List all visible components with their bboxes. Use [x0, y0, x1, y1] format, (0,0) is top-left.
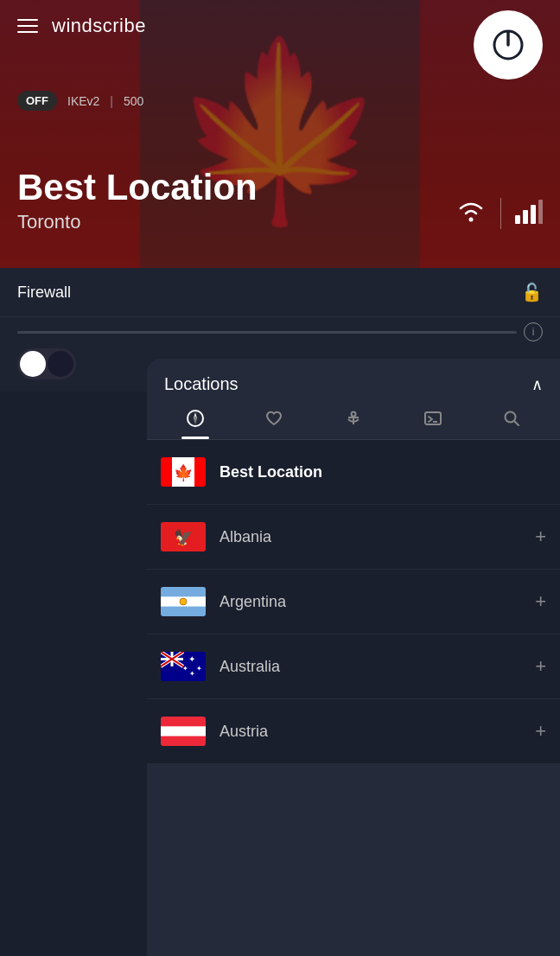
svg-line-20 [514, 421, 519, 425]
svg-point-6 [469, 218, 474, 222]
tab-search[interactable] [501, 408, 522, 439]
info-row: i [0, 317, 560, 341]
expand-australia-button[interactable]: + [535, 655, 546, 678]
location-best-label: Best Location [220, 463, 546, 481]
locations-panel: Locations ∧ [147, 359, 560, 956]
svg-text:✦: ✦ [182, 665, 188, 672]
svg-rect-42 [161, 726, 206, 736]
list-item[interactable]: Argentina + [147, 570, 560, 634]
svg-text:🍁: 🍁 [174, 463, 194, 482]
locations-tabs [147, 399, 560, 440]
terminal-icon [423, 408, 443, 429]
data-amount: 500 [124, 94, 143, 108]
expand-argentina-button[interactable]: + [535, 590, 546, 613]
toggle-dark-side [48, 351, 73, 377]
svg-text:✦: ✦ [189, 670, 195, 678]
svg-point-14 [351, 412, 355, 417]
list-item[interactable]: ✦ ✦ ✦ ✦ Australia + [147, 634, 560, 699]
svg-rect-9 [531, 205, 536, 224]
locations-title: Locations [164, 374, 239, 394]
signal-area [455, 198, 543, 229]
expand-austria-button[interactable]: + [535, 720, 546, 742]
location-australia-label: Australia [220, 658, 526, 676]
tab-compass[interactable] [185, 408, 206, 439]
svg-text:✦: ✦ [188, 654, 195, 664]
search-icon [501, 408, 522, 429]
tab-anchor[interactable] [343, 408, 364, 439]
app-logo: windscribe [52, 15, 146, 37]
list-item[interactable]: 🍁 Best Location [147, 440, 560, 505]
flag-australia: ✦ ✦ ✦ ✦ [161, 652, 206, 681]
toggle-knob [20, 351, 46, 377]
svg-text:🦅: 🦅 [174, 528, 194, 547]
svg-text:✦: ✦ [196, 665, 202, 672]
location-argentina-label: Argentina [220, 593, 526, 611]
lock-icon: 🔓 [521, 282, 543, 303]
connection-status: OFF [17, 91, 57, 111]
flag-argentina [161, 587, 206, 616]
info-slider [17, 331, 517, 334]
location-title: Best Location [17, 168, 258, 207]
location-austria-label: Austria [220, 723, 526, 741]
wifi-icon [455, 200, 487, 227]
tab-favorites[interactable] [264, 408, 284, 439]
collapse-locations-button[interactable]: ∧ [531, 375, 543, 394]
status-divider: | [110, 94, 113, 108]
power-button[interactable] [474, 10, 543, 80]
heart-icon [264, 408, 284, 429]
tab-custom-configs[interactable] [423, 408, 443, 439]
svg-rect-8 [523, 210, 528, 224]
anchor-icon [343, 408, 364, 429]
expand-albania-button[interactable]: + [535, 526, 546, 548]
flag-canada: 🍁 [161, 457, 206, 487]
firewall-section: Firewall 🔓 [0, 268, 560, 317]
signal-divider [500, 198, 501, 229]
location-list[interactable]: 🍁 Best Location 🦅 Albania + [147, 440, 560, 942]
status-bar: OFF IKEv2 | 500 [17, 91, 143, 111]
top-nav: windscribe [0, 0, 560, 52]
flag-albania: 🦅 [161, 522, 206, 551]
info-icon[interactable]: i [524, 322, 543, 341]
list-item[interactable]: 🦅 Albania + [147, 505, 560, 570]
firewall-label: Firewall [17, 284, 71, 302]
svg-rect-7 [515, 215, 520, 224]
menu-button[interactable] [17, 19, 38, 33]
svg-rect-10 [538, 200, 543, 224]
location-albania-label: Albania [220, 528, 526, 546]
svg-point-28 [180, 598, 187, 605]
locations-header: Locations ∧ [147, 359, 560, 394]
compass-icon [185, 408, 206, 429]
header: 🍁 windscribe OFF IKEv2 | 500 Best Locati… [0, 0, 560, 268]
flag-austria [161, 717, 206, 746]
theme-toggle[interactable] [17, 348, 76, 379]
signal-bars-icon [515, 200, 543, 227]
location-city: Toronto [17, 211, 258, 233]
list-item[interactable]: Austria + [147, 699, 560, 764]
protocol-label: IKEv2 [67, 94, 99, 108]
location-info: Best Location Toronto [17, 168, 258, 233]
